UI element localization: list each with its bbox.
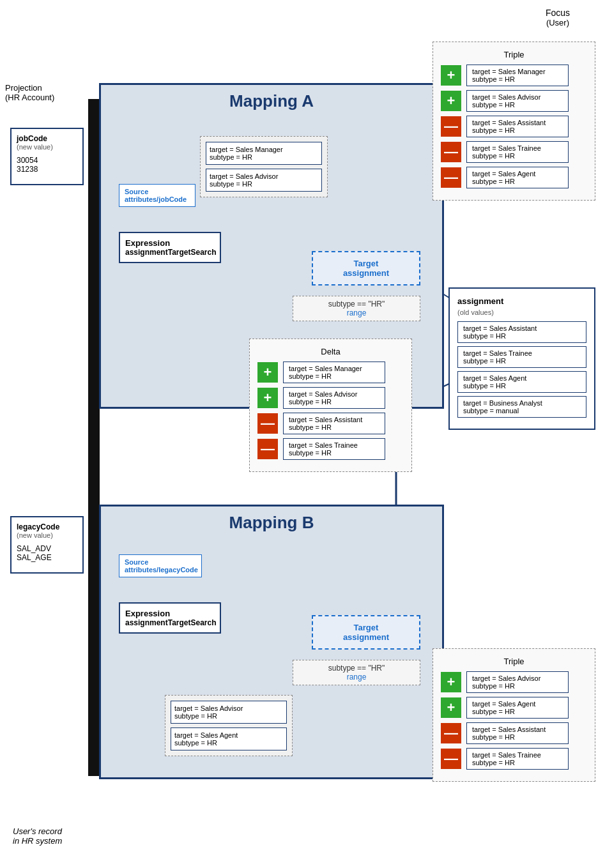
delta-item-1: + target = Sales Advisor subtype = HR [257,387,404,409]
svg-rect-0 [88,99,100,776]
mapping-a-title: Mapping A [107,91,436,111]
triple-top-box-3: target = Sales Trainee subtype = HR [466,141,569,163]
source-a-box: Source attributes/jobCode [119,184,195,207]
projection-label: Projection (HR Account) [5,83,54,102]
assignment-item-0: target = Sales Assistant subtype = HR [457,321,586,343]
triple-bottom-box-3: target = Sales Trainee subtype = HR [466,748,569,770]
delta-minus-icon-3: — [257,439,278,459]
jobcode-value1: 30054 [17,156,77,165]
jobcode-sublabel: (new value) [17,143,77,151]
plus-icon-1: + [441,91,461,111]
legacycode-value2: SAL_AGE [17,553,77,562]
triple-bot-minus-icon-2: — [441,723,461,743]
delta-item-3: — target = Sales Trainee subtype = HR [257,438,404,460]
legacycode-sublabel: (new value) [17,531,77,539]
triple-top-box-1: target = Sales Advisor subtype = HR [466,90,569,112]
delta-container: Delta + target = Sales Manager subtype =… [249,339,412,472]
triple-top-item-4: — target = Sales Agent subtype = HR [441,167,587,188]
target-result-b2: target = Sales Agent subtype = HR [171,727,287,750]
triple-bottom-container: Triple + target = Sales Advisor subtype … [433,648,595,782]
diagram-container: Focus (User) Projection (HR Account) job… [0,0,605,868]
triple-top-item-3: — target = Sales Trainee subtype = HR [441,141,587,163]
assignment-subtitle: (old values) [457,308,586,316]
delta-box-3: target = Sales Trainee subtype = HR [283,438,385,460]
triple-bottom-box-2: target = Sales Assistant subtype = HR [466,722,569,744]
target-b-filter: subtype == "HR" range [293,660,420,685]
legacycode-box: legacyCode (new value) SAL_ADV SAL_AGE [10,516,84,574]
triple-top-box-4: target = Sales Agent subtype = HR [466,167,569,188]
focus-subtitle: (User) [546,18,570,27]
target-result-a1: target = Sales Manager subtype = HR [206,142,322,165]
triple-bottom-title: Triple [441,657,587,666]
minus-icon-2: — [441,116,461,137]
triple-bottom-item-3: — target = Sales Trainee subtype = HR [441,748,587,770]
target-a-filter: subtype == "HR" range [293,296,420,321]
delta-title: Delta [257,347,404,356]
triple-top-container: Triple + target = Sales Manager subtype … [433,42,595,201]
delta-box-1: target = Sales Advisor subtype = HR [283,387,385,409]
jobcode-label: jobCode [17,134,77,143]
jobcode-value2: 31238 [17,165,77,174]
triple-bottom-box-0: target = Sales Advisor subtype = HR [466,671,569,693]
target-result-b1: target = Sales Advisor subtype = HR [171,701,287,724]
focus-title: Focus [546,8,570,18]
delta-plus-icon-1: + [257,388,278,408]
triple-bot-plus-icon-1: + [441,697,461,718]
jobcode-box: jobCode (new value) 30054 31238 [10,128,84,185]
delta-item-0: + target = Sales Manager subtype = HR [257,362,404,383]
legacycode-value1: SAL_ADV [17,544,77,553]
triple-top-box-0: target = Sales Manager subtype = HR [466,65,569,86]
legacycode-label: legacyCode [17,522,77,531]
mapping-b-container: Mapping B Source attributes/legacyCode E… [99,505,444,779]
triple-top-item-1: + target = Sales Advisor subtype = HR [441,90,587,112]
minus-icon-3: — [441,142,461,162]
delta-item-2: — target = Sales Assistant subtype = HR [257,413,404,434]
target-result-a2: target = Sales Advisor subtype = HR [206,169,322,192]
delta-box-0: target = Sales Manager subtype = HR [283,362,385,383]
triple-bottom-item-1: + target = Sales Agent subtype = HR [441,697,587,719]
source-b-box: Source attributes/legacyCode [119,554,202,577]
delta-box-2: target = Sales Assistant subtype = HR [283,413,385,434]
delta-plus-icon-0: + [257,362,278,383]
focus-label: Focus (User) [546,8,570,27]
assignment-item-3: target = Business Analyst subtype = manu… [457,396,586,418]
mapping-b-title: Mapping B [107,513,436,533]
expression-a-box: Expression assignmentTargetSearch [119,232,221,263]
triple-top-title: Triple [441,50,587,59]
assignment-item-2: target = Sales Agent subtype = HR [457,371,586,393]
target-b-box: Target assignment [312,615,420,650]
triple-bottom-item-2: — target = Sales Assistant subtype = HR [441,722,587,744]
expression-b-box: Expression assignmentTargetSearch [119,602,221,634]
triple-bot-minus-icon-3: — [441,749,461,769]
target-a-box: Target assignment [312,251,420,286]
minus-icon-4: — [441,167,461,188]
triple-top-item-2: — target = Sales Assistant subtype = HR [441,116,587,137]
assignment-title: assignment [457,296,586,306]
plus-icon-0: + [441,65,461,86]
triple-bottom-box-1: target = Sales Agent subtype = HR [466,697,569,719]
triple-bot-plus-icon-0: + [441,672,461,692]
triple-top-box-2: target = Sales Assistant subtype = HR [466,116,569,137]
triple-top-item-0: + target = Sales Manager subtype = HR [441,65,587,86]
users-record-label: User's record in HR system [13,826,62,846]
triple-bottom-item-0: + target = Sales Advisor subtype = HR [441,671,587,693]
delta-minus-icon-2: — [257,413,278,434]
assignment-container: assignment (old values) target = Sales A… [448,287,595,430]
assignment-item-1: target = Sales Trainee subtype = HR [457,346,586,368]
